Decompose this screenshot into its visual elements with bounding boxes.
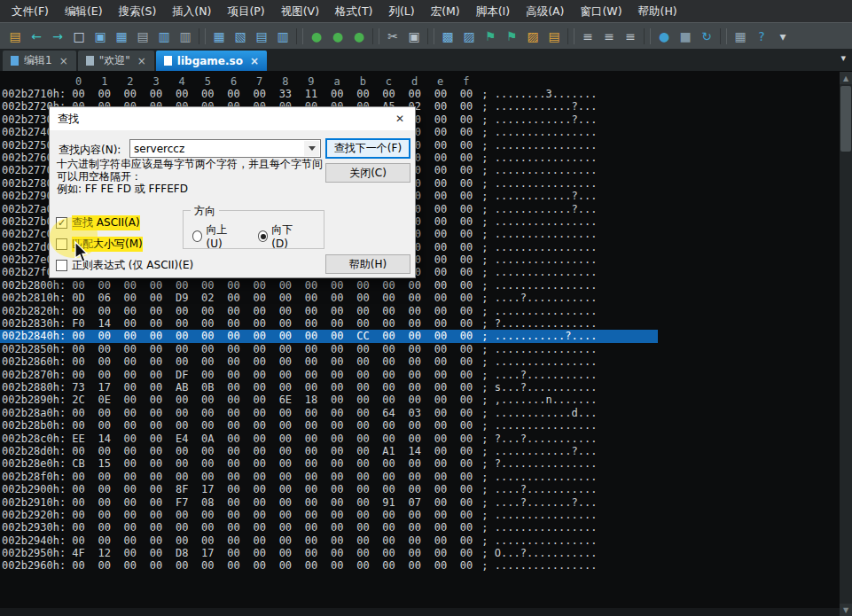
- toolbar-separator[interactable]: [567, 28, 575, 44]
- copy-icon[interactable]: ▣: [404, 27, 424, 46]
- hex-row[interactable]: 002b2910h:00 00 00 00 F7 08 00 00 00 00 …: [0, 496, 658, 509]
- hex-row[interactable]: 002b2920h:00 00 00 00 00 00 00 00 00 00 …: [0, 509, 658, 521]
- script-list-icon[interactable]: ≡: [599, 27, 619, 46]
- table-edit-icon[interactable]: ▧: [231, 27, 250, 46]
- tab-close-icon[interactable]: ×: [250, 55, 259, 67]
- menu-search[interactable]: 搜索(S): [111, 0, 165, 22]
- menu-window[interactable]: 窗口(W): [572, 0, 629, 22]
- hex-row[interactable]: 002b28f0h:00 00 00 00 00 00 00 00 00 00 …: [0, 471, 658, 483]
- direction-up-option[interactable]: 向上(U): [192, 222, 238, 250]
- hex-row[interactable]: 002b2900h:00 00 00 00 8F 17 00 00 00 00 …: [0, 483, 658, 495]
- hex-row[interactable]: 002b28a0h:00 00 00 00 00 00 00 00 00 00 …: [0, 407, 658, 419]
- menu-help[interactable]: 帮助(H): [630, 0, 685, 22]
- menu-script[interactable]: 脚本(I): [468, 0, 518, 22]
- back-icon[interactable]: ←: [27, 27, 46, 46]
- tab-libgame[interactable]: libgame.so ×: [156, 51, 267, 71]
- direction-down-option[interactable]: 向下(D): [258, 222, 304, 250]
- save-icon[interactable]: ▦: [112, 27, 131, 46]
- menu-project[interactable]: 项目(P): [219, 0, 272, 22]
- save-all-icon[interactable]: ▤: [133, 27, 152, 46]
- menu-file[interactable]: 文件(F): [4, 0, 57, 22]
- help-icon[interactable]: ?: [752, 27, 771, 46]
- hex-row[interactable]: 002b28c0h:EE 14 00 00 E4 0A 00 00 00 00 …: [0, 433, 658, 445]
- find-next-button[interactable]: 查找下一个(F): [325, 138, 410, 159]
- web-icon[interactable]: ●: [654, 27, 674, 46]
- horizontal-scrollbar[interactable]: [0, 608, 840, 616]
- help-button[interactable]: 帮助(H): [325, 254, 410, 274]
- view-list-icon[interactable]: ≡: [621, 27, 640, 46]
- cut-icon[interactable]: ✂: [383, 27, 403, 46]
- find-ascii-checkbox[interactable]: ✓: [56, 217, 67, 229]
- toolbar-separator[interactable]: [644, 28, 651, 44]
- tab-close-icon[interactable]: ×: [137, 55, 146, 67]
- toolbar-separator[interactable]: [372, 28, 379, 44]
- hex-row[interactable]: 002b2860h:00 00 00 00 00 00 00 00 00 00 …: [0, 355, 658, 368]
- toolbar-separator[interactable]: [199, 28, 206, 44]
- tab-overflow-icon[interactable]: ▾: [840, 52, 846, 64]
- find-what-combobox[interactable]: serverccz: [129, 139, 321, 158]
- tab-edit1[interactable]: 编辑1 ×: [3, 51, 76, 71]
- scrollbar-thumb[interactable]: [840, 86, 851, 152]
- direction-up-radio[interactable]: [192, 230, 202, 242]
- print-icon[interactable]: ▥: [154, 27, 174, 46]
- toolbar-separator[interactable]: [296, 28, 303, 44]
- macro-list-icon[interactable]: ≡: [578, 27, 598, 46]
- grid-icon[interactable]: ▥: [273, 27, 293, 46]
- match-case-checkbox[interactable]: [56, 238, 67, 250]
- find-in-files-icon[interactable]: ▩: [438, 27, 457, 46]
- open-folder-icon[interactable]: ▤: [544, 27, 564, 46]
- hex-row[interactable]: 002b2930h:00 00 00 00 00 00 00 00 00 00 …: [0, 521, 658, 534]
- encoding-ascii-icon[interactable]: ●: [349, 27, 369, 46]
- scroll-down-icon[interactable]: ▼: [840, 604, 852, 616]
- hex-row[interactable]: 002b2960h:00 00 00 00 00 00 00 00 00 00 …: [0, 559, 658, 572]
- bookmark-next-icon[interactable]: ⚑: [502, 27, 521, 46]
- menu-edit[interactable]: 编辑(E): [57, 0, 111, 22]
- hex-row[interactable]: 002b28e0h:CB 15 00 00 00 00 00 00 00 00 …: [0, 457, 658, 470]
- vertical-scrollbar[interactable]: ▲ ▼: [840, 72, 852, 616]
- hex-row[interactable]: 002b2830h:F0 14 00 00 00 00 00 00 00 00 …: [0, 317, 658, 330]
- new-file-icon[interactable]: □: [69, 27, 89, 46]
- replace-in-files-icon[interactable]: ▨: [459, 27, 479, 46]
- hex-row[interactable]: 002b2880h:73 17 00 00 AB 0B 00 00 00 00 …: [0, 381, 658, 394]
- toolbar-separator[interactable]: [720, 28, 727, 44]
- toolbar-separator[interactable]: [427, 28, 434, 44]
- package-icon[interactable]: ■: [676, 27, 695, 46]
- print-preview-icon[interactable]: ▥: [176, 27, 195, 46]
- tab-welcome[interactable]: "欢迎" ×: [78, 51, 154, 71]
- forward-icon[interactable]: →: [48, 27, 67, 46]
- table-icon[interactable]: ▦: [209, 27, 229, 46]
- window-layout-icon[interactable]: ▦: [731, 27, 750, 46]
- hex-row[interactable]: 002b2810h:0D 06 00 00 D9 02 00 00 00 00 …: [0, 292, 658, 304]
- hex-row[interactable]: 002b2890h:2C 0E 00 00 00 00 00 00 6E 18 …: [0, 394, 658, 406]
- menu-insert[interactable]: 插入(N): [164, 0, 219, 22]
- hex-row[interactable]: 002b2840h:00 00 00 00 00 00 00 00 00 00 …: [0, 330, 658, 342]
- find-dialog-titlebar[interactable]: 查找: [50, 107, 415, 130]
- refresh-icon[interactable]: ↻: [697, 27, 716, 46]
- menu-column[interactable]: 列(L): [380, 0, 422, 22]
- close-button[interactable]: 关闭(C): [325, 163, 410, 183]
- dialog-close-icon[interactable]: ✕: [385, 107, 415, 130]
- hex-row[interactable]: 002b28b0h:00 00 00 00 00 00 00 00 00 00 …: [0, 419, 658, 432]
- menu-format[interactable]: 格式(T): [327, 0, 380, 22]
- toolbar-overflow-icon[interactable]: ▾: [773, 27, 793, 46]
- direction-down-radio[interactable]: [258, 230, 268, 242]
- hex-row[interactable]: 002b2820h:00 00 00 00 00 00 00 00 00 00 …: [0, 305, 658, 317]
- menu-macro[interactable]: 宏(M): [423, 0, 468, 22]
- regex-checkbox[interactable]: [56, 260, 67, 271]
- hex-row[interactable]: 002b2940h:00 00 00 00 00 00 00 00 00 00 …: [0, 534, 658, 547]
- scroll-up-icon[interactable]: ▲: [840, 72, 852, 84]
- encoding-utf8-icon[interactable]: ●: [307, 27, 326, 46]
- hex-row[interactable]: 002b2870h:00 00 00 00 DF 00 00 00 00 00 …: [0, 369, 658, 381]
- tab-close-icon[interactable]: ×: [59, 55, 68, 67]
- hex-row[interactable]: 002b2800h:00 00 00 00 00 00 00 00 00 00 …: [0, 279, 658, 292]
- combo-dropdown-button[interactable]: [304, 141, 319, 156]
- bookmark-icon[interactable]: ⚑: [481, 27, 500, 46]
- menu-view[interactable]: 视图(V): [273, 0, 327, 22]
- hex-row[interactable]: 002b28d0h:00 00 00 00 00 00 00 00 00 00 …: [0, 445, 658, 457]
- menu-advanced[interactable]: 高级(A): [518, 0, 572, 22]
- hex-row[interactable]: 002b2850h:00 00 00 00 00 00 00 00 00 00 …: [0, 343, 658, 355]
- encoding-utf16-icon[interactable]: ●: [328, 27, 348, 46]
- hex-row[interactable]: 002b2950h:4F 12 00 00 D8 17 00 00 00 00 …: [0, 547, 658, 559]
- project-folder-icon[interactable]: ▨: [523, 27, 543, 46]
- column-mode-icon[interactable]: ▤: [252, 27, 271, 46]
